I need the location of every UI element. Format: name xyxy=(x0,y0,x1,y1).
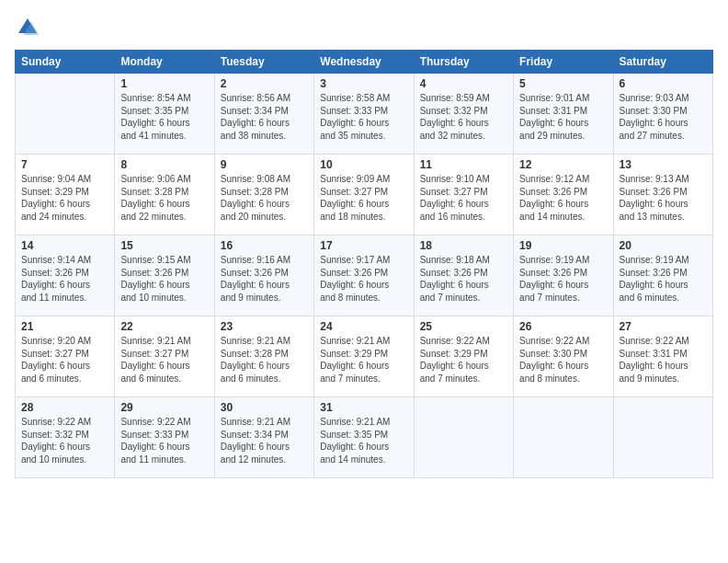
calendar-cell: 9Sunrise: 9:08 AM Sunset: 3:28 PM Daylig… xyxy=(214,155,313,236)
day-number: 17 xyxy=(320,239,407,252)
calendar-cell: 4Sunrise: 8:59 AM Sunset: 3:32 PM Daylig… xyxy=(414,74,513,155)
calendar-cell: 3Sunrise: 8:58 AM Sunset: 3:33 PM Daylig… xyxy=(314,74,414,155)
cell-info: Sunrise: 9:22 AM Sunset: 3:33 PM Dayligh… xyxy=(120,416,208,465)
day-number: 27 xyxy=(620,320,707,333)
cell-info: Sunrise: 9:19 AM Sunset: 3:26 PM Dayligh… xyxy=(620,254,707,304)
day-number: 28 xyxy=(21,401,108,414)
col-header-thursday: Thursday xyxy=(414,51,513,74)
day-number: 13 xyxy=(620,158,707,171)
day-number: 5 xyxy=(519,77,607,90)
day-number: 3 xyxy=(320,77,407,90)
col-header-monday: Monday xyxy=(115,51,214,74)
day-number: 15 xyxy=(120,239,208,252)
cell-info: Sunrise: 8:56 AM Sunset: 3:34 PM Dayligh… xyxy=(221,92,308,142)
cell-info: Sunrise: 9:03 AM Sunset: 3:30 PM Dayligh… xyxy=(620,92,707,142)
cell-info: Sunrise: 9:01 AM Sunset: 3:31 PM Dayligh… xyxy=(519,92,607,142)
cell-info: Sunrise: 9:22 AM Sunset: 3:29 PM Dayligh… xyxy=(420,335,507,385)
calendar-cell: 19Sunrise: 9:19 AM Sunset: 3:26 PM Dayli… xyxy=(514,236,613,316)
day-number: 14 xyxy=(21,239,108,252)
col-header-sunday: Sunday xyxy=(16,51,115,74)
col-header-wednesday: Wednesday xyxy=(314,51,414,74)
calendar-cell: 22Sunrise: 9:21 AM Sunset: 3:27 PM Dayli… xyxy=(115,316,214,397)
calendar-cell: 2Sunrise: 8:56 AM Sunset: 3:34 PM Daylig… xyxy=(214,74,313,155)
cell-info: Sunrise: 8:54 AM Sunset: 3:35 PM Dayligh… xyxy=(120,92,208,142)
cell-info: Sunrise: 9:09 AM Sunset: 3:27 PM Dayligh… xyxy=(320,173,407,223)
calendar-cell xyxy=(414,397,513,478)
week-row: 28Sunrise: 9:22 AM Sunset: 3:32 PM Dayli… xyxy=(16,397,713,478)
calendar-cell: 10Sunrise: 9:09 AM Sunset: 3:27 PM Dayli… xyxy=(314,155,414,236)
cell-info: Sunrise: 9:20 AM Sunset: 3:27 PM Dayligh… xyxy=(21,335,108,385)
calendar-cell: 17Sunrise: 9:17 AM Sunset: 3:26 PM Dayli… xyxy=(314,236,414,316)
calendar-cell: 5Sunrise: 9:01 AM Sunset: 3:31 PM Daylig… xyxy=(514,74,613,155)
cell-info: Sunrise: 9:22 AM Sunset: 3:32 PM Dayligh… xyxy=(21,416,108,465)
week-row: 14Sunrise: 9:14 AM Sunset: 3:26 PM Dayli… xyxy=(16,236,713,316)
calendar-cell: 30Sunrise: 9:21 AM Sunset: 3:34 PM Dayli… xyxy=(214,397,313,478)
week-row: 21Sunrise: 9:20 AM Sunset: 3:27 PM Dayli… xyxy=(16,316,713,397)
day-number: 2 xyxy=(221,77,308,90)
calendar-cell: 26Sunrise: 9:22 AM Sunset: 3:30 PM Dayli… xyxy=(514,316,613,397)
cell-info: Sunrise: 9:12 AM Sunset: 3:26 PM Dayligh… xyxy=(519,173,607,223)
calendar-cell xyxy=(16,74,115,155)
day-number: 19 xyxy=(519,239,607,252)
cell-info: Sunrise: 9:18 AM Sunset: 3:26 PM Dayligh… xyxy=(420,254,507,304)
cell-info: Sunrise: 9:19 AM Sunset: 3:26 PM Dayligh… xyxy=(519,254,607,304)
day-number: 29 xyxy=(120,401,208,414)
logo xyxy=(15,15,44,40)
week-row: 7Sunrise: 9:04 AM Sunset: 3:29 PM Daylig… xyxy=(16,155,713,236)
day-number: 21 xyxy=(21,320,108,333)
cell-info: Sunrise: 9:22 AM Sunset: 3:31 PM Dayligh… xyxy=(620,335,707,385)
day-number: 31 xyxy=(320,401,407,414)
cell-info: Sunrise: 9:13 AM Sunset: 3:26 PM Dayligh… xyxy=(620,173,707,223)
calendar-cell xyxy=(613,397,712,478)
calendar-cell: 6Sunrise: 9:03 AM Sunset: 3:30 PM Daylig… xyxy=(613,74,712,155)
cell-info: Sunrise: 9:15 AM Sunset: 3:26 PM Dayligh… xyxy=(120,254,208,304)
cell-info: Sunrise: 9:21 AM Sunset: 3:34 PM Dayligh… xyxy=(221,416,308,465)
calendar-cell: 29Sunrise: 9:22 AM Sunset: 3:33 PM Dayli… xyxy=(115,397,214,478)
cell-info: Sunrise: 9:17 AM Sunset: 3:26 PM Dayligh… xyxy=(320,254,407,304)
col-header-tuesday: Tuesday xyxy=(214,51,313,74)
day-number: 26 xyxy=(519,320,607,333)
day-number: 20 xyxy=(620,239,707,252)
calendar-cell: 23Sunrise: 9:21 AM Sunset: 3:28 PM Dayli… xyxy=(214,316,313,397)
cell-info: Sunrise: 9:21 AM Sunset: 3:35 PM Dayligh… xyxy=(320,416,407,465)
calendar-cell: 21Sunrise: 9:20 AM Sunset: 3:27 PM Dayli… xyxy=(16,316,115,397)
day-number: 4 xyxy=(420,77,507,90)
day-number: 7 xyxy=(21,158,108,171)
calendar-cell: 16Sunrise: 9:16 AM Sunset: 3:26 PM Dayli… xyxy=(214,236,313,316)
calendar-cell: 13Sunrise: 9:13 AM Sunset: 3:26 PM Dayli… xyxy=(613,155,712,236)
calendar-cell: 28Sunrise: 9:22 AM Sunset: 3:32 PM Dayli… xyxy=(16,397,115,478)
day-number: 8 xyxy=(120,158,208,171)
day-number: 1 xyxy=(120,77,208,90)
calendar-cell xyxy=(514,397,613,478)
calendar-cell: 18Sunrise: 9:18 AM Sunset: 3:26 PM Dayli… xyxy=(414,236,513,316)
calendar-table: SundayMondayTuesdayWednesdayThursdayFrid… xyxy=(15,50,713,478)
day-number: 6 xyxy=(620,77,707,90)
day-number: 16 xyxy=(221,239,308,252)
cell-info: Sunrise: 9:10 AM Sunset: 3:27 PM Dayligh… xyxy=(420,173,507,223)
cell-info: Sunrise: 8:58 AM Sunset: 3:33 PM Dayligh… xyxy=(320,92,407,142)
calendar-cell: 20Sunrise: 9:19 AM Sunset: 3:26 PM Dayli… xyxy=(613,236,712,316)
calendar-cell: 11Sunrise: 9:10 AM Sunset: 3:27 PM Dayli… xyxy=(414,155,513,236)
cell-info: Sunrise: 9:06 AM Sunset: 3:28 PM Dayligh… xyxy=(120,173,208,223)
logo-icon xyxy=(15,15,40,40)
cell-info: Sunrise: 9:21 AM Sunset: 3:28 PM Dayligh… xyxy=(221,335,308,385)
cell-info: Sunrise: 9:22 AM Sunset: 3:30 PM Dayligh… xyxy=(519,335,607,385)
week-row: 1Sunrise: 8:54 AM Sunset: 3:35 PM Daylig… xyxy=(16,74,713,155)
calendar-cell: 14Sunrise: 9:14 AM Sunset: 3:26 PM Dayli… xyxy=(16,236,115,316)
cell-info: Sunrise: 8:59 AM Sunset: 3:32 PM Dayligh… xyxy=(420,92,507,142)
day-number: 30 xyxy=(221,401,308,414)
calendar-cell: 27Sunrise: 9:22 AM Sunset: 3:31 PM Dayli… xyxy=(613,316,712,397)
header-row: SundayMondayTuesdayWednesdayThursdayFrid… xyxy=(16,51,713,74)
calendar-cell: 1Sunrise: 8:54 AM Sunset: 3:35 PM Daylig… xyxy=(115,74,214,155)
day-number: 23 xyxy=(221,320,308,333)
day-number: 10 xyxy=(320,158,407,171)
calendar-cell: 12Sunrise: 9:12 AM Sunset: 3:26 PM Dayli… xyxy=(514,155,613,236)
cell-info: Sunrise: 9:04 AM Sunset: 3:29 PM Dayligh… xyxy=(21,173,108,223)
calendar-cell: 8Sunrise: 9:06 AM Sunset: 3:28 PM Daylig… xyxy=(115,155,214,236)
col-header-saturday: Saturday xyxy=(613,51,712,74)
day-number: 9 xyxy=(221,158,308,171)
cell-info: Sunrise: 9:21 AM Sunset: 3:27 PM Dayligh… xyxy=(120,335,208,385)
day-number: 18 xyxy=(420,239,507,252)
calendar-container: SundayMondayTuesdayWednesdayThursdayFrid… xyxy=(0,0,728,563)
day-number: 12 xyxy=(519,158,607,171)
